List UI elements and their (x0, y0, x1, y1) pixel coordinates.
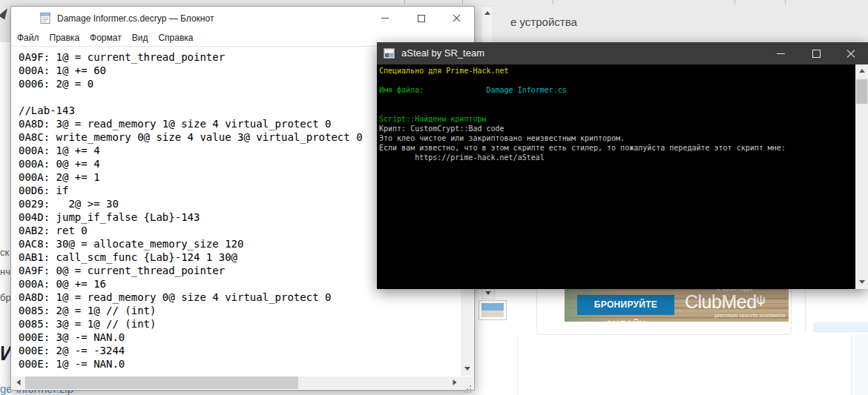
page-right-card (813, 289, 868, 332)
code-line: 0A8D: 1@ = read_memory 0@ size 4 virtual… (19, 291, 461, 304)
brand-text: ClubMed (685, 291, 757, 312)
minimize-button[interactable] (367, 7, 403, 30)
notepad-title: Damage Informer.cs.decryp — Блокнот (57, 13, 214, 24)
scroll-down-button[interactable] (855, 276, 868, 289)
resize-grip[interactable] (461, 376, 473, 389)
code-line: 000E: 3@ -= NAN.0 (19, 331, 461, 344)
scroll-right-icon (453, 379, 456, 385)
scroll-right-button[interactable] (448, 376, 461, 389)
ruler-tick (785, 0, 786, 4)
horizontal-scroll-thumb[interactable] (25, 376, 298, 389)
console-line: Крипт: CustomCrypt::Bad code (379, 124, 855, 133)
page-right-column (851, 335, 868, 395)
menu-edit[interactable]: Правка (45, 33, 85, 43)
menu-help[interactable]: Справка (153, 33, 198, 43)
ruler-tick (462, 0, 463, 4)
console-maximize-button[interactable] (798, 42, 833, 64)
minimize-icon (381, 18, 389, 19)
scroll-left-button[interactable] (12, 376, 24, 389)
maximize-icon (812, 50, 821, 58)
clubmed-logo: ClubMedψ (685, 291, 765, 313)
minimize-icon (777, 53, 785, 54)
console-title: aSteal by SR_team (401, 47, 484, 59)
scroll-down-icon (464, 367, 470, 371)
scroll-up-button[interactable] (855, 64, 868, 77)
console-line (379, 104, 855, 114)
ruler-tick (553, 0, 553, 4)
console-scrollbar[interactable] (855, 64, 868, 289)
console-icon (384, 48, 395, 62)
trident-icon: ψ (757, 293, 766, 307)
console-line: Это клео чистое или закриптовано неизвес… (379, 133, 855, 143)
grip-dots-icon (470, 385, 471, 387)
console-line: Имя файла: Damage Informer.cs (379, 85, 855, 95)
console-output: Специально для Prime-Hack.netИмя файла: … (377, 64, 855, 162)
ruler-tick (404, 0, 405, 4)
scroll-up-icon (859, 69, 865, 73)
clubmed-banner[interactable]: БРОНИРУЙТЕ ОНЛАЙН — с 1950 года — ClubMe… (565, 285, 789, 322)
menu-format[interactable]: Формат (85, 33, 127, 43)
close-button[interactable] (438, 7, 474, 30)
notepad-horizontal-scrollbar[interactable] (12, 376, 461, 389)
page-image-thumbnail[interactable] (479, 300, 507, 320)
code-line: 0085: 3@ = 1@ // (int) (19, 317, 461, 331)
screen: е устройства ск нч бр И ge-informer.zip … (0, 0, 868, 395)
scroll-down-icon (859, 280, 865, 284)
book-online-button[interactable]: БРОНИРУЙТЕ ОНЛАЙН (577, 295, 674, 315)
console-line: https://prime-hack.net/aSteal (379, 153, 855, 162)
page-text-fragment: нч (0, 266, 10, 277)
page-right-card-strip (813, 322, 868, 331)
code-line: 000E: 2@ -= -3244 (19, 344, 461, 357)
console-body[interactable]: Специально для Prime-Hack.netИмя файла: … (377, 64, 855, 289)
page-header-text: е устройства (510, 16, 577, 28)
clubmed-tagline: premium resorts worldwide (714, 312, 786, 319)
maximize-icon (418, 15, 425, 22)
console-line (379, 95, 855, 104)
console-line: Специально для Prime-Hack.net (379, 66, 855, 76)
clubmed-logo-block: — с 1950 года — ClubMedψ premium resorts… (682, 285, 787, 322)
menu-file[interactable]: Файл (12, 33, 45, 43)
page-column-divider (517, 335, 518, 395)
page-text-fragment: ск (0, 247, 9, 258)
maximize-button[interactable] (403, 7, 438, 30)
console-line: Script::Найдены крипторы (379, 114, 855, 124)
page-text-fragment: бр (0, 292, 11, 303)
page-scrollbar-top[interactable] (481, 6, 493, 43)
scroll-up-icon (484, 11, 490, 15)
notepad-titlebar[interactable]: Damage Informer.cs.decryp — Блокнот (11, 7, 474, 30)
console-line: Если вам известно, что в этом скрипте ес… (379, 143, 855, 153)
page-column-divider (805, 289, 806, 331)
console-scroll-thumb[interactable] (856, 79, 867, 104)
console-close-button[interactable] (833, 42, 868, 64)
console-minimize-button[interactable] (763, 42, 798, 64)
code-line: 000E: 1@ -= NAN.0 (19, 357, 461, 371)
console-titlebar[interactable]: aSteal by SR_team (377, 42, 868, 64)
console-line (379, 76, 855, 85)
thumbnail-image (481, 303, 504, 317)
menu-view[interactable]: Вид (127, 33, 154, 43)
console-window: aSteal by SR_team Специально для Prime-H… (377, 42, 868, 289)
scroll-left-icon (16, 379, 20, 385)
scroll-down-icon (485, 291, 491, 295)
notepad-icon (39, 12, 52, 27)
code-line: 0085: 2@ = 1@ // (int) (19, 304, 461, 317)
ruler-tick (734, 0, 735, 4)
scroll-down-button[interactable] (461, 363, 473, 376)
